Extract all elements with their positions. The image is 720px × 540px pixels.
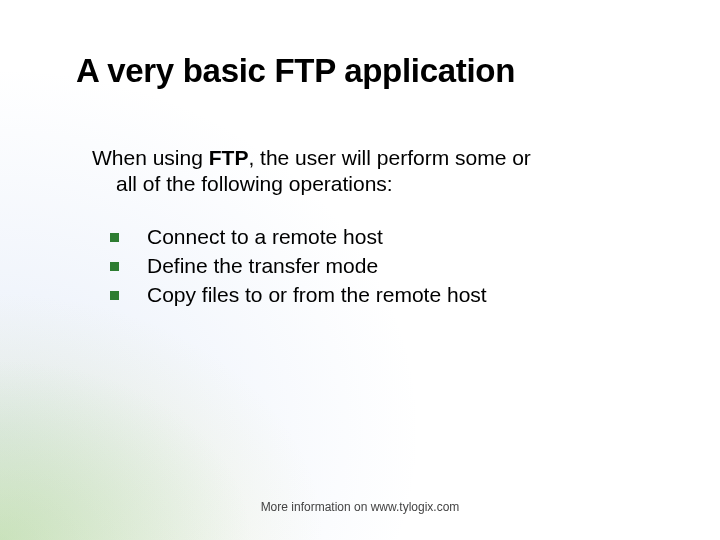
slide-title: A very basic FTP application: [76, 52, 515, 90]
intro-line1-rest: , the user will perform some or: [248, 146, 530, 169]
square-bullet-icon: [110, 262, 119, 271]
list-item: Connect to a remote host: [108, 224, 628, 251]
list-item-label: Copy files to or from the remote host: [147, 282, 487, 309]
intro-paragraph: When using FTP, the user will perform so…: [92, 145, 612, 198]
square-bullet-icon: [110, 233, 119, 242]
intro-prefix: When using: [92, 146, 209, 169]
list-item: Copy files to or from the remote host: [108, 282, 628, 309]
footer-text: More information on www.tylogix.com: [0, 500, 720, 514]
list-item-label: Connect to a remote host: [147, 224, 383, 251]
list-item: Define the transfer mode: [108, 253, 628, 280]
list-item-label: Define the transfer mode: [147, 253, 378, 280]
intro-line2: all of the following operations:: [92, 171, 612, 197]
intro-bold-term: FTP: [209, 146, 249, 169]
square-bullet-icon: [110, 291, 119, 300]
bullet-list: Connect to a remote host Define the tran…: [108, 224, 628, 311]
